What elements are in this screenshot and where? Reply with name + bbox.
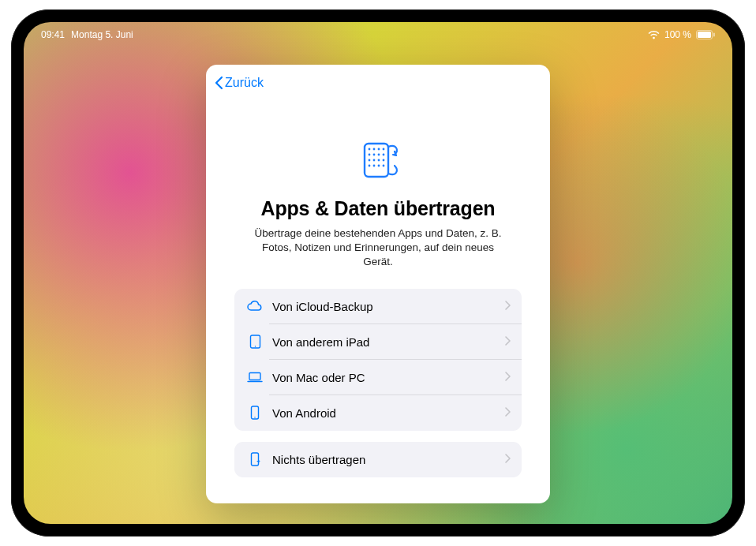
- status-right: 100 %: [648, 29, 715, 40]
- option-nothing[interactable]: Nichts übertragen: [234, 442, 522, 477]
- option-mac-pc[interactable]: Von Mac oder PC: [234, 360, 522, 395]
- svg-point-6: [378, 148, 380, 151]
- svg-point-11: [383, 154, 385, 156]
- modal-title: Apps & Daten übertragen: [206, 197, 550, 220]
- phone-sparkle-icon: [245, 452, 264, 466]
- chevron-right-icon: [505, 406, 511, 420]
- svg-rect-3: [365, 144, 388, 177]
- svg-rect-2: [713, 33, 715, 37]
- svg-point-4: [369, 148, 371, 151]
- option-other-ipad[interactable]: Von anderem iPad: [234, 324, 522, 360]
- status-date: Montag 5. Juni: [71, 29, 133, 40]
- svg-point-9: [373, 154, 376, 156]
- svg-point-12: [369, 159, 371, 162]
- option-label: Von iCloud-Backup: [272, 300, 505, 313]
- status-time: 09:41: [41, 29, 65, 40]
- chevron-right-icon: [505, 335, 511, 349]
- laptop-icon: [245, 372, 264, 383]
- option-label: Nichts übertragen: [272, 453, 505, 466]
- modal-subtitle: Übertrage deine bestehenden Apps und Dat…: [206, 226, 550, 270]
- svg-rect-25: [252, 453, 259, 466]
- battery-icon: [696, 30, 715, 39]
- chevron-left-icon: [214, 76, 223, 90]
- option-icloud-backup[interactable]: Von iCloud-Backup: [234, 289, 522, 324]
- svg-point-24: [254, 417, 255, 417]
- chevron-right-icon: [505, 452, 511, 466]
- ipad-icon: [245, 335, 264, 349]
- phone-icon: [245, 406, 264, 420]
- transfer-options-list: Von iCloud-Backup Von anderem iPad: [234, 289, 522, 431]
- svg-rect-1: [698, 32, 711, 38]
- secondary-option-list: Nichts übertragen: [234, 442, 522, 477]
- svg-point-15: [383, 159, 385, 162]
- ipad-frame: 09:41 Montag 5. Juni 100 %: [11, 9, 745, 537]
- transfer-hero-icon: [206, 136, 550, 186]
- option-label: Von Mac oder PC: [272, 371, 505, 384]
- status-battery-text: 100 %: [664, 29, 691, 40]
- svg-point-8: [369, 154, 371, 156]
- svg-point-16: [369, 165, 371, 167]
- ipad-screen: 09:41 Montag 5. Juni 100 %: [24, 22, 732, 524]
- svg-point-7: [383, 148, 385, 151]
- option-label: Von anderem iPad: [272, 335, 505, 349]
- transfer-modal: Zurück Apps & Daten übertragen: [206, 65, 550, 503]
- status-bar: 09:41 Montag 5. Juni 100 %: [24, 27, 732, 43]
- svg-point-14: [378, 159, 380, 162]
- chevron-right-icon: [505, 370, 511, 384]
- cloud-icon: [245, 301, 264, 312]
- option-label: Von Android: [272, 406, 505, 420]
- svg-point-13: [373, 159, 376, 162]
- back-label: Zurück: [225, 76, 264, 90]
- svg-point-19: [383, 165, 385, 167]
- status-left: 09:41 Montag 5. Juni: [41, 29, 133, 40]
- svg-point-18: [378, 165, 380, 167]
- svg-point-10: [378, 154, 380, 156]
- wifi-icon: [648, 31, 660, 39]
- back-button[interactable]: Zurück: [206, 76, 264, 90]
- option-android[interactable]: Von Android: [234, 395, 522, 431]
- svg-point-17: [373, 165, 376, 167]
- chevron-right-icon: [505, 299, 511, 313]
- svg-point-21: [254, 346, 255, 346]
- svg-point-5: [373, 148, 376, 151]
- svg-rect-22: [249, 373, 260, 380]
